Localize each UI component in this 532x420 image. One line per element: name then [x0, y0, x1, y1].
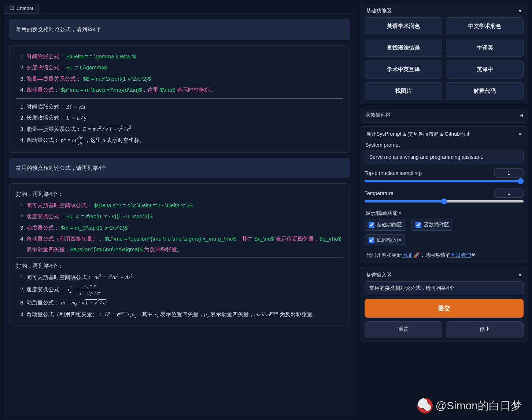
- toggle-label: 显示/隐藏功能区: [365, 210, 523, 217]
- tab-label: Chatbot: [16, 6, 33, 11]
- plugin-panel[interactable]: 函数插件区 ◀: [360, 108, 528, 123]
- fn-find-grammar[interactable]: 查找语法错误: [365, 39, 442, 57]
- chevron-down-icon[interactable]: ▼: [518, 9, 522, 13]
- user-message: 常用的狭义相对论公式，请再列举4个: [9, 158, 350, 179]
- alt-prompt-input[interactable]: [365, 281, 524, 295]
- basic-function-panel: 基础功能区 ▼ 英语学术润色 中文学术润色 查找语法错误 中译英 学术中英互译 …: [360, 3, 528, 104]
- bot-message: 好的，再列举4个： 闵可夫斯基时空间隔公式： $\Delta s^2 = c^2…: [9, 183, 350, 326]
- fn-en-to-zh[interactable]: 英译中: [446, 61, 524, 78]
- chk-basic[interactable]: 基础功能区: [365, 219, 406, 231]
- fn-english-polish[interactable]: 英语学术润色: [365, 17, 442, 35]
- sysprompt-input[interactable]: [365, 150, 524, 164]
- temperature-value[interactable]: [494, 189, 524, 198]
- sysprompt-label: System prompt: [365, 142, 523, 148]
- panel-title: 基础功能区: [366, 8, 392, 14]
- fn-chinese-polish[interactable]: 中文学术润色: [446, 17, 524, 35]
- repo-link[interactable]: 地址: [402, 252, 412, 258]
- panel-title: 函数插件区: [365, 112, 391, 118]
- tab-chatbot[interactable]: Chatbot: [4, 3, 39, 14]
- fn-zh-to-en[interactable]: 中译英: [446, 39, 524, 57]
- heart-icon: ❤: [471, 252, 476, 258]
- reset-button[interactable]: 重置: [365, 321, 442, 337]
- panel-title: 展开SysPrompt & 交互界面布局 & Github地址: [366, 131, 470, 138]
- stop-button[interactable]: 停止: [446, 321, 524, 337]
- temperature-label: Temperature: [365, 190, 394, 196]
- chevron-left-icon[interactable]: ◀: [520, 113, 523, 118]
- footer-line: 代码开源和更新地址 🚀，感谢热情的开发者们❤: [365, 252, 524, 259]
- topp-label: Top-p (nucleus sampling): [365, 170, 422, 176]
- chat-icon: [9, 6, 14, 11]
- alt-input-panel: 备选输入区 ▼ 提交 重置 停止: [360, 267, 528, 342]
- topp-value[interactable]: [494, 168, 524, 178]
- fn-academic-trans[interactable]: 学术中英互译: [365, 61, 442, 78]
- temperature-slider[interactable]: [365, 200, 524, 202]
- bot-message: 时间膨胀公式： $\Delta t' = \gamma \Delta t$ 长度…: [9, 45, 350, 153]
- chat-area[interactable]: 常用的狭义相对论公式，请列举4个 时间膨胀公式： $\Delta t' = \g…: [4, 14, 355, 417]
- submit-button[interactable]: 提交: [365, 299, 524, 318]
- panel-title: 备选输入区: [366, 272, 392, 278]
- rocket-icon: 🚀: [414, 252, 420, 258]
- chevron-down-icon[interactable]: ▼: [518, 132, 522, 136]
- user-message: 常用的狭义相对论公式，请列举4个: [9, 19, 350, 40]
- chk-bottom-input[interactable]: 底部输入区: [365, 234, 406, 246]
- fn-find-image[interactable]: 找图片: [365, 82, 442, 100]
- sysprompt-panel: 展开SysPrompt & 交互界面布局 & Github地址 ▼ System…: [360, 126, 528, 263]
- topp-slider[interactable]: [365, 180, 524, 182]
- chk-plugin[interactable]: 函数插件区: [411, 219, 453, 231]
- chevron-down-icon[interactable]: ▼: [518, 273, 522, 277]
- fn-explain-code[interactable]: 解释代码: [446, 82, 524, 100]
- devs-link[interactable]: 开发者们: [451, 252, 471, 258]
